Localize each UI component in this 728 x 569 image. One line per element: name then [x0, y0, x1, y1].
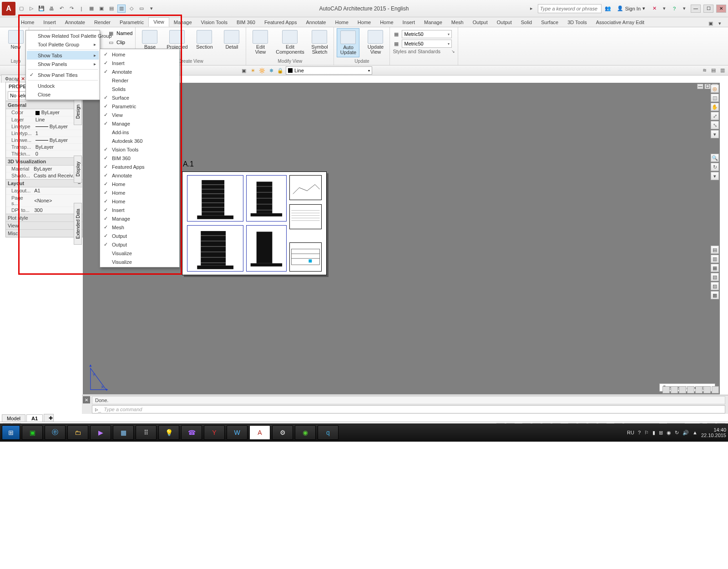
property-row[interactable]: LayerLine [6, 116, 82, 123]
tb-vs-icon[interactable]: ▶ [90, 425, 111, 440]
nav-grp5-icon[interactable]: ▨ [711, 282, 719, 290]
system-clock[interactable]: 14:4022.10.2015 [701, 427, 726, 438]
menu-item[interactable]: Close [27, 90, 99, 99]
ql-lock2-icon[interactable]: 🔒 [277, 67, 284, 74]
tray-icon-7[interactable] [712, 386, 719, 393]
ribbon-tab-vision-tools-7[interactable]: Vision Tools [197, 18, 232, 27]
nav-grp6-icon[interactable]: ▩ [711, 291, 719, 299]
qat-icon-1[interactable]: ▦ [87, 5, 96, 13]
model-tab[interactable]: Model [2, 414, 25, 422]
nav-viewcube-icon[interactable]: ◫ [711, 94, 719, 102]
nav-zoom-icon[interactable]: 🔍 [711, 154, 719, 162]
autodesk-360-icon[interactable]: 👥 [604, 5, 612, 12]
nav-expand1-icon[interactable]: ⤢ [711, 112, 719, 120]
ribbon-tab-home-13[interactable]: Home [375, 18, 398, 27]
ribbon-tab-associative-array-edit-22[interactable]: Associative Array Edit [592, 18, 649, 27]
ribbon-tab-annotate-10[interactable]: Annotate [301, 18, 330, 27]
ribbon-tab-3d-tools-21[interactable]: 3D Tools [563, 18, 592, 27]
menu-item[interactable]: Parametric [101, 102, 178, 111]
paper-sheet[interactable] [182, 171, 327, 275]
update-view-button[interactable]: Update View [364, 28, 387, 56]
tb-viber-icon[interactable]: ☎ [181, 425, 202, 440]
menu-item[interactable]: Output [101, 232, 178, 240]
menu-item[interactable]: Show Panels [27, 60, 99, 68]
panel-launcher-icon[interactable]: ↘ [451, 49, 455, 54]
tb-help-icon[interactable]: ? [638, 430, 641, 435]
nav-caret2-icon[interactable]: ▾ [711, 172, 719, 180]
menu-item[interactable]: Undock [27, 81, 99, 90]
doc-close-icon[interactable]: ✕ [21, 76, 25, 81]
tray-icon-3[interactable] [679, 386, 686, 393]
tb-evernote-icon[interactable]: ◉ [295, 425, 316, 440]
ribbon-tab-solid-19[interactable]: Solid [516, 18, 536, 27]
menu-item[interactable]: Show Panel Titles [27, 70, 99, 79]
tb-word-icon[interactable]: W [227, 425, 248, 440]
menu-item[interactable]: Manage [101, 214, 178, 223]
section-button[interactable]: Section [193, 28, 216, 51]
help-caret-icon[interactable]: ▾ [681, 5, 688, 12]
doc-max-icon[interactable]: ☐ [704, 84, 711, 89]
ribbon-tab-featured-apps-9[interactable]: Featured Apps [260, 18, 302, 27]
qat-print-icon[interactable]: 🖶 [47, 5, 56, 13]
qat-save-icon[interactable]: 💾 [37, 5, 46, 13]
menu-item[interactable]: Show Tabs [27, 51, 99, 60]
menu-item[interactable]: Annotate [101, 67, 178, 76]
tray-icon-1[interactable] [662, 386, 670, 393]
ribbon-tab-manage-6[interactable]: Manage [169, 18, 197, 27]
tray-icon-4[interactable] [687, 386, 694, 393]
tb-share-icon[interactable]: ⊞ [659, 430, 663, 436]
ribbon-tab-insert-14[interactable]: Insert [398, 18, 420, 27]
ql-freeze-icon[interactable]: ❄ [268, 67, 275, 74]
section-3d[interactable]: 3D Visualization– [6, 157, 82, 166]
app-menu-button[interactable]: A [2, 2, 15, 15]
detail-button[interactable]: Detail [220, 28, 243, 51]
edit-view-button[interactable]: Edit View [249, 28, 272, 56]
cmd-close-icon[interactable]: ✕ [83, 396, 90, 403]
symbol-sketch-button[interactable]: Symbol Sketch [308, 28, 331, 56]
menu-item[interactable]: Home [101, 197, 178, 206]
nav-orbit-icon[interactable]: ↻ [711, 163, 719, 171]
menu-item[interactable]: Mesh [101, 223, 178, 232]
a1-tab[interactable]: А1 [26, 414, 43, 422]
property-row[interactable]: Layout...А1 [6, 187, 82, 194]
qat-icon-5[interactable]: ◇ [127, 5, 136, 13]
menu-item[interactable]: Home [101, 50, 178, 59]
style1-combo[interactable]: Metric50▾ [402, 30, 452, 38]
tray-icon-5[interactable] [695, 386, 703, 393]
menu-item[interactable]: Add-ins [101, 128, 178, 136]
ribbon-tab-output-17[interactable]: Output [468, 18, 492, 27]
side-tab-display[interactable]: Display [74, 156, 82, 183]
menu-item[interactable]: Home [101, 188, 178, 197]
ribbon-tab-mesh-16[interactable]: Mesh [447, 18, 468, 27]
ribbon-tab-render-3[interactable]: Render [90, 18, 115, 27]
tray-icon-2[interactable] [671, 386, 678, 393]
menu-item[interactable]: Insert [101, 59, 178, 67]
ribbon-expand-icon[interactable]: ▣ [707, 20, 714, 27]
ribbon-tab-parametric-4[interactable]: Parametric [115, 18, 148, 27]
layer-combo[interactable]: Line▾ [286, 66, 372, 75]
start-button[interactable]: ⊞ [2, 425, 20, 440]
qat-undo-icon[interactable]: ↶ [57, 5, 66, 13]
ribbon-caret-icon[interactable]: ▾ [716, 20, 723, 27]
menu-item[interactable]: Home [101, 180, 178, 188]
menu-item[interactable]: Visualize [101, 249, 178, 257]
qat-icon-4[interactable]: ▥ [117, 5, 126, 13]
tb-bulb-icon[interactable]: 💡 [158, 425, 179, 440]
menu-item[interactable]: Show Related Tool Palette Group [27, 31, 99, 40]
tb-sync-icon[interactable]: ↻ [675, 430, 679, 436]
menu-item[interactable]: Manage [101, 119, 178, 128]
projected-button[interactable]: Projected [166, 28, 188, 51]
property-row[interactable]: LinetypeByLayer [6, 123, 82, 130]
side-tab-design[interactable]: Design [74, 98, 82, 125]
tb-apps-icon[interactable]: ⠿ [136, 425, 157, 440]
exchange-icon[interactable]: ✕ [651, 5, 658, 12]
style2-combo[interactable]: Metric50▾ [402, 40, 452, 48]
property-row[interactable]: DPI to...300 [6, 206, 82, 213]
menu-item[interactable]: Vision Tools [101, 145, 178, 154]
ribbon-tab-home-0[interactable]: Home [16, 18, 39, 27]
tb-qbit-icon[interactable]: q [318, 425, 339, 440]
menu-item[interactable]: Solids [101, 85, 178, 93]
property-row[interactable]: Linewe...ByLayer [6, 136, 82, 143]
ql-r1-icon[interactable]: ≋ [701, 66, 708, 74]
tb-vol-icon[interactable]: 🔊 [682, 430, 689, 436]
